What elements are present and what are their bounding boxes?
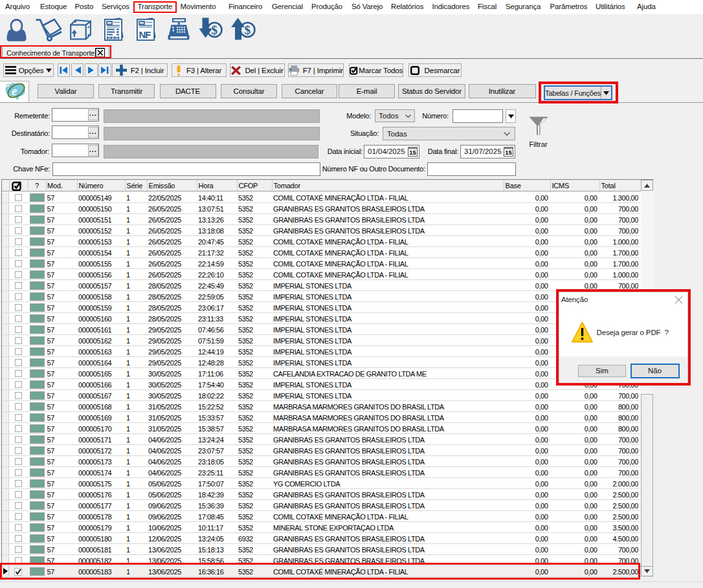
svg-text:$: $	[212, 23, 218, 37]
svg-text:e: e	[12, 84, 17, 98]
svg-text:NF: NF	[139, 28, 151, 39]
svg-text:$: $	[245, 23, 251, 37]
svg-text:15: 15	[505, 149, 512, 156]
